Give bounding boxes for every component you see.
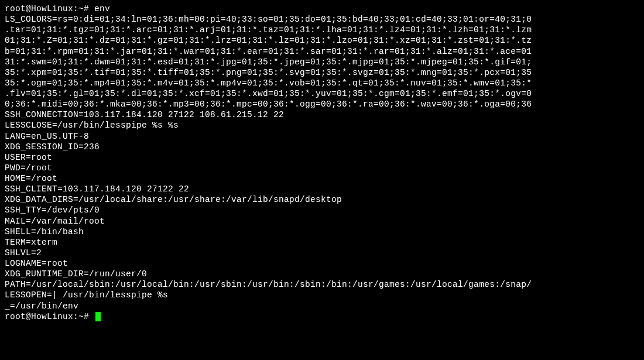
output-line: PWD=/root	[5, 163, 639, 173]
output-line: HOME=/root	[5, 173, 639, 184]
terminal-window[interactable]: root@HowLinux:~# env LS_COLORS=rs=0:di=0…	[5, 4, 639, 322]
output-line: 31:*.swm=01;31:*.dwm=01;31:*.esd=01;31:*…	[5, 57, 639, 67]
shell-prompt: root@HowLinux:~#	[5, 4, 94, 13]
output-line: SHLVL=2	[5, 248, 639, 258]
output-line: .flv=01;35:*.gl=01;35:*.dl=01;35:*.xcf=0…	[5, 88, 639, 99]
output-line: TERM=xterm	[5, 237, 639, 248]
active-prompt-line[interactable]: root@HowLinux:~#	[5, 311, 639, 322]
output-line: _=/usr/bin/env	[5, 301, 639, 311]
shell-prompt: root@HowLinux:~#	[5, 312, 94, 321]
output-line: PATH=/usr/local/sbin:/usr/local/bin:/usr…	[5, 279, 639, 290]
output-line: XDG_SESSION_ID=236	[5, 142, 639, 152]
command-prompt-line: root@HowLinux:~# env	[5, 4, 639, 14]
output-line: SSH_TTY=/dev/pts/0	[5, 205, 639, 215]
output-line: 35:*.ogm=01;35:*.mp4=01;35:*.m4v=01;35:*…	[5, 78, 639, 88]
output-line: 0;36:*.midi=00;36:*.mka=00;36:*.mp3=00;3…	[5, 99, 639, 109]
cursor-icon	[95, 312, 101, 321]
output-line: 35:*.xpm=01;35:*.tif=01;35:*.tiff=01;35:…	[5, 67, 639, 78]
output-line: MAIL=/var/mail/root	[5, 216, 639, 227]
output-line: LESSOPEN=| /usr/bin/lesspipe %s	[5, 290, 639, 300]
output-line: XDG_RUNTIME_DIR=/run/user/0	[5, 269, 639, 279]
output-line: XDG_DATA_DIRS=/usr/local/share:/usr/shar…	[5, 194, 639, 205]
output-line: SSH_CLIENT=103.117.184.120 27122 22	[5, 184, 639, 194]
output-line: LS_COLORS=rs=0:di=01;34:ln=01;36:mh=00:p…	[5, 14, 639, 25]
entered-command: env	[94, 4, 110, 13]
output-line: LESSCLOSE=/usr/bin/lesspipe %s %s	[5, 120, 639, 131]
output-line: 01;31:*.Z=01;31:*.dz=01;31:*.gz=01;31:*.…	[5, 35, 639, 46]
output-line: USER=root	[5, 152, 639, 163]
output-line: .tar=01;31:*.tgz=01;31:*.arc=01;31:*.arj…	[5, 25, 639, 35]
output-line: LANG=en_US.UTF-8	[5, 131, 639, 142]
output-line: b=01;31:*.rpm=01;31:*.jar=01;31:*.war=01…	[5, 46, 639, 57]
output-line: SSH_CONNECTION=103.117.184.120 27122 108…	[5, 109, 639, 120]
output-line: LOGNAME=root	[5, 258, 639, 269]
output-line: SHELL=/bin/bash	[5, 227, 639, 237]
